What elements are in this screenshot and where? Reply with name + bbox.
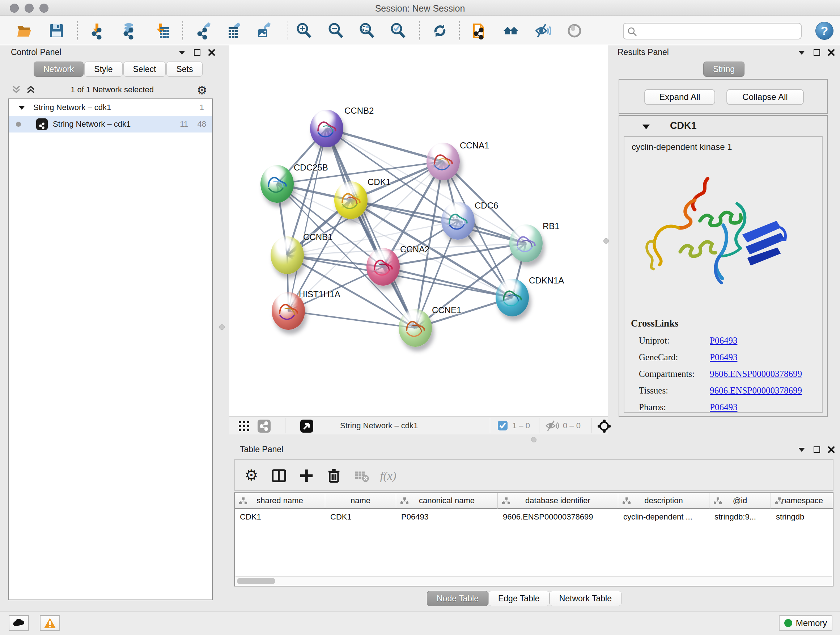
cell-@id[interactable]: stringdb:9... (709, 510, 771, 524)
hide-selected-button[interactable] (532, 21, 553, 41)
collapse-arrow-icon[interactable] (18, 105, 25, 110)
edge-CCNB2-HIST1H1A[interactable] (288, 128, 327, 311)
panel-close-icon[interactable] (208, 49, 215, 56)
settings-button[interactable]: ⚙ (241, 466, 262, 486)
network-canvas[interactable]: CCNB2 CCNA1 CDC25B CDK1 CDC6 RB1 CCNB1 C… (229, 45, 608, 416)
panel-float-icon[interactable] (194, 49, 201, 56)
right-splitter-handle[interactable] (603, 238, 609, 244)
panel-close-icon[interactable] (828, 49, 835, 56)
panel-close-icon[interactable] (828, 447, 835, 453)
import-table-button[interactable] (150, 21, 171, 41)
panel-menu-icon[interactable] (798, 50, 806, 55)
zoom-in-button[interactable] (294, 21, 314, 41)
column-header-database-identifier[interactable]: database identifier (498, 493, 618, 509)
column-header-@id[interactable]: @id (709, 493, 771, 509)
cell-database-identifier[interactable]: 9606.ENSP00000378699 (498, 510, 618, 524)
show-all-icon (566, 22, 583, 40)
columns-button[interactable] (269, 466, 289, 486)
share-document-button[interactable] (469, 21, 489, 41)
edge-HIST1H1A-CCNE1[interactable] (288, 311, 415, 328)
column-header-name[interactable]: name (325, 493, 396, 509)
hidden-eye-slash-icon[interactable] (545, 420, 559, 434)
save-session-button[interactable] (46, 21, 66, 41)
tab-string[interactable]: String (703, 62, 745, 77)
tab-edge-table[interactable]: Edge Table (488, 591, 549, 606)
cell-shared-name[interactable]: CDK1 (235, 510, 325, 524)
tree-expand-all-icon[interactable] (25, 84, 36, 96)
home-button[interactable] (501, 21, 521, 41)
add-button[interactable] (296, 466, 317, 486)
import-network-button[interactable] (87, 21, 107, 41)
zoom-fit-button[interactable] (357, 21, 377, 41)
crosslink-value-link[interactable]: 9606.ENSP00000378699 (710, 369, 802, 379)
share-view-icon[interactable] (257, 420, 271, 432)
cell-namespace[interactable]: stringdb (771, 510, 834, 524)
node-RB1[interactable] (509, 225, 543, 262)
cloud-button[interactable] (9, 615, 29, 631)
column-header-shared-name[interactable]: shared name (235, 493, 325, 509)
export-table-button[interactable] (222, 21, 242, 41)
column-header-namespace[interactable]: namespace (771, 493, 834, 509)
zoom-selected-button[interactable] (388, 21, 408, 41)
cell-description[interactable]: cyclin-dependent ... (618, 510, 709, 524)
column-header-description[interactable]: description (618, 493, 709, 509)
export-image-button[interactable] (253, 21, 273, 41)
tab-style[interactable]: Style (84, 62, 122, 77)
crosslink-value-link[interactable]: P06493 (710, 352, 737, 363)
tab-sets[interactable]: Sets (166, 62, 202, 77)
import-database-button[interactable] (118, 21, 139, 41)
expand-all-button[interactable]: Expand All (644, 89, 715, 105)
search-input[interactable] (639, 24, 799, 38)
tree-collapse-all-icon[interactable] (11, 84, 22, 96)
crosslink-value-link[interactable]: P06493 (710, 402, 737, 412)
memory-button[interactable]: Memory (779, 615, 832, 631)
zoom-out-button[interactable] (325, 21, 346, 41)
edge-CCNB2-CCNA1[interactable] (327, 128, 443, 162)
node-CDK1[interactable] (334, 181, 368, 219)
column-header-canonical-name[interactable]: canonical name (396, 493, 498, 509)
cell-canonical-name[interactable]: P06493 (396, 510, 498, 524)
tree-row-collection[interactable]: String Network – cdk1 1 (9, 99, 212, 116)
table-horizontal-scrollbar[interactable] (235, 576, 832, 585)
warnings-button[interactable] (40, 615, 60, 631)
show-all-button[interactable] (564, 21, 584, 41)
scrollbar-thumb[interactable] (237, 578, 275, 584)
node-CCNB1[interactable] (271, 236, 304, 274)
panel-menu-icon[interactable] (178, 50, 186, 55)
delete-button[interactable] (324, 466, 344, 486)
node-CCNA1[interactable] (426, 143, 460, 180)
node-CCNA2[interactable] (366, 248, 400, 286)
open-session-button[interactable] (14, 21, 35, 41)
tab-select[interactable]: Select (123, 62, 166, 77)
birds-eye-view-icon[interactable] (300, 420, 313, 432)
delete-table-button (351, 466, 371, 486)
node-CCNE1[interactable] (399, 309, 432, 347)
node-CDC6[interactable] (441, 202, 475, 240)
collapse-all-button[interactable]: Collapse All (726, 89, 804, 105)
entry-collapse-icon[interactable] (642, 124, 651, 130)
crosslink-value-link[interactable]: P06493 (710, 336, 737, 346)
tab-node-table[interactable]: Node Table (427, 591, 488, 606)
panel-float-icon[interactable] (813, 447, 820, 453)
tree-row-network[interactable]: String Network – cdk1 11 48 (9, 116, 212, 133)
refresh-button[interactable] (430, 21, 450, 41)
horizontal-splitter-handle[interactable] (531, 437, 537, 442)
selected-checkbox-icon[interactable] (498, 421, 508, 431)
tab-network-table[interactable]: Network Table (549, 591, 622, 606)
help-button[interactable]: ? (815, 22, 834, 40)
crosslink-value-link[interactable]: 9606.ENSP00000378699 (710, 386, 802, 396)
fit-selection-crosshair-icon[interactable] (597, 419, 611, 435)
edge-count: 48 (197, 119, 206, 129)
network-options-gear-icon[interactable]: ⚙ (197, 83, 207, 97)
panel-float-icon[interactable] (813, 49, 820, 56)
node-CDKN1A[interactable] (496, 279, 529, 317)
tab-network[interactable]: Network (34, 62, 84, 77)
node-CDC25B[interactable] (261, 165, 294, 203)
cell-name[interactable]: CDK1 (325, 510, 396, 524)
panel-menu-icon[interactable] (798, 447, 806, 452)
export-network-button[interactable] (193, 21, 213, 41)
protein-thumbnail-CDC6 (445, 208, 471, 234)
left-splitter-handle[interactable] (219, 325, 225, 330)
node-CCNB2[interactable] (310, 110, 343, 147)
grid-view-icon[interactable] (239, 421, 249, 434)
